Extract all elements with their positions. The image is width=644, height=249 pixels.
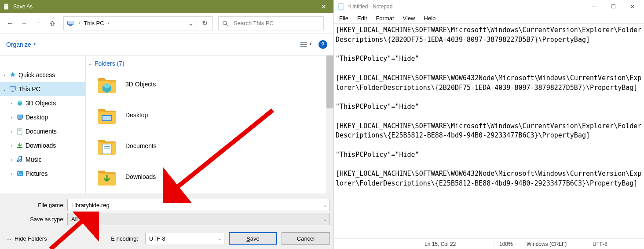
breadcrumb-location[interactable]: This PC bbox=[82, 19, 106, 27]
notepad-textarea[interactable]: [HKEY_LOCAL_MACHINE\SOFTWARE\Microsoft\W… bbox=[334, 24, 644, 238]
save-as-dialog: Save As ✕ ← → ﹀ › This PC › ⌄ ↻ Search T… bbox=[0, 0, 333, 249]
refresh-button[interactable]: ↻ bbox=[197, 17, 212, 30]
svg-rect-12 bbox=[300, 46, 302, 47]
notepad-titlebar[interactable]: *Untitled - Notepad ─ ☐ ✕ bbox=[334, 0, 644, 13]
save-type-select[interactable]: All Files ⌄ bbox=[67, 213, 330, 225]
pics-icon bbox=[16, 170, 24, 178]
view-options-button[interactable]: ▼ bbox=[300, 41, 312, 48]
pc-icon bbox=[9, 85, 17, 93]
chevron-right-icon[interactable]: › bbox=[106, 21, 111, 26]
save-icon bbox=[4, 3, 10, 10]
svg-rect-18 bbox=[17, 115, 22, 118]
toolbar: Organize ▼ ▼ ? bbox=[0, 33, 333, 56]
folder-documents[interactable]: Documents bbox=[86, 130, 333, 161]
svg-rect-16 bbox=[11, 91, 14, 92]
scrollbar[interactable] bbox=[326, 56, 333, 193]
menu-format[interactable]: Format bbox=[372, 14, 397, 22]
caret-down-icon: ▼ bbox=[309, 42, 312, 46]
menu-edit[interactable]: Edit bbox=[354, 14, 370, 22]
status-position: Ln 15, Col 22 bbox=[419, 239, 494, 249]
svg-rect-38 bbox=[340, 5, 342, 5]
menu-view[interactable]: View bbox=[399, 14, 419, 22]
save-button[interactable]: Save bbox=[229, 232, 277, 245]
organize-menu[interactable]: Organize ▼ bbox=[6, 41, 37, 48]
status-encoding: UTF-8 bbox=[587, 239, 644, 249]
folder-desktop[interactable]: Desktop bbox=[86, 100, 333, 130]
svg-rect-32 bbox=[104, 146, 110, 147]
caret-down-icon: ▼ bbox=[33, 42, 37, 46]
dropdown-icon[interactable]: ⌄ bbox=[323, 217, 327, 222]
menu-file[interactable]: File bbox=[336, 14, 352, 22]
tree-item-downloads[interactable]: ›Downloads bbox=[0, 138, 85, 152]
bottom-panel: File name: Libraryhide.reg ⌄ Save as typ… bbox=[0, 193, 333, 249]
chevron-right-icon: › bbox=[9, 157, 14, 162]
svg-rect-19 bbox=[18, 119, 22, 120]
tree-item-quick-access[interactable]: ›Quick access bbox=[0, 68, 85, 82]
tree-item-3d-objects[interactable]: ›3D Objects bbox=[0, 96, 85, 110]
tree-item-desktop[interactable]: ›Desktop bbox=[0, 110, 85, 124]
notepad-icon bbox=[337, 3, 344, 10]
chevron-right-icon: › bbox=[9, 129, 14, 134]
svg-rect-39 bbox=[340, 6, 342, 6]
folder-icon bbox=[96, 74, 117, 95]
view-icon bbox=[300, 41, 308, 48]
close-button[interactable]: ✕ bbox=[314, 0, 333, 13]
notepad-menubar: File Edit Format View Help bbox=[334, 13, 644, 24]
svg-rect-5 bbox=[69, 25, 72, 26]
close-button[interactable]: ✕ bbox=[623, 0, 642, 13]
down-icon bbox=[16, 141, 24, 149]
tree-item-music[interactable]: ›Music bbox=[0, 152, 85, 167]
chevron-right-icon: › bbox=[9, 101, 14, 106]
svg-rect-13 bbox=[302, 46, 307, 47]
svg-rect-4 bbox=[68, 21, 73, 24]
dropdown-icon[interactable]: ⌄ bbox=[323, 203, 327, 208]
encoding-label: Encoding: bbox=[111, 235, 138, 242]
dialog-titlebar[interactable]: Save As ✕ bbox=[0, 0, 333, 13]
folder-3d-objects[interactable]: 3D Objects bbox=[86, 69, 333, 100]
tree-item-pictures[interactable]: ›Pictures bbox=[0, 167, 85, 181]
nav-bar: ← → ﹀ › This PC › ⌄ ↻ Search This PC bbox=[0, 13, 333, 33]
svg-rect-2 bbox=[5, 5, 7, 6]
filename-input[interactable]: Libraryhide.reg ⌄ bbox=[67, 199, 330, 211]
address-bar[interactable]: › This PC › ⌄ ↻ bbox=[63, 16, 213, 30]
menu-help[interactable]: Help bbox=[421, 14, 439, 22]
tree-item-documents[interactable]: ›Documents bbox=[0, 124, 85, 138]
svg-rect-21 bbox=[18, 130, 21, 130]
up-button[interactable] bbox=[46, 17, 59, 30]
dialog-title: Save As bbox=[13, 4, 314, 10]
folder-icon bbox=[96, 104, 117, 126]
recent-dropdown[interactable]: ﹀ bbox=[32, 17, 45, 30]
maximize-button[interactable]: ☐ bbox=[604, 0, 623, 13]
hide-folders-button[interactable]: ︿ Hide Folders bbox=[4, 235, 47, 242]
notepad-window: *Untitled - Notepad ─ ☐ ✕ File Edit Form… bbox=[333, 0, 644, 249]
save-type-label: Save as type: bbox=[4, 216, 67, 223]
status-zoom: 100% bbox=[494, 239, 521, 249]
folder-downloads[interactable]: Downloads bbox=[86, 161, 333, 192]
encoding-select[interactable]: UTF-8 ⌄ bbox=[145, 233, 224, 244]
music-icon bbox=[16, 156, 24, 164]
help-button[interactable]: ? bbox=[318, 40, 327, 49]
chevron-right-icon[interactable]: › bbox=[77, 21, 82, 26]
star-icon bbox=[9, 71, 17, 79]
tree-item-this-pc[interactable]: ⌄This PC bbox=[0, 82, 85, 96]
group-header[interactable]: ⌄ Folders (7) bbox=[86, 56, 333, 69]
back-button[interactable]: ← bbox=[4, 17, 17, 30]
notepad-title: *Untitled - Notepad bbox=[348, 4, 584, 10]
svg-rect-29 bbox=[102, 116, 111, 120]
chevron-down-icon: ⌄ bbox=[88, 61, 92, 66]
search-input[interactable]: Search This PC bbox=[218, 16, 324, 30]
address-dropdown[interactable]: ⌄ bbox=[184, 19, 197, 27]
3d-icon bbox=[16, 99, 24, 107]
minimize-button[interactable]: ─ bbox=[584, 0, 604, 13]
scrollbar-thumb[interactable] bbox=[326, 56, 333, 108]
chevron-up-icon: ︿ bbox=[7, 235, 12, 242]
cancel-button[interactable]: Cancel bbox=[282, 232, 330, 245]
chevron-right-icon: › bbox=[9, 143, 14, 148]
file-list[interactable]: ⌄ Folders (7) 3D ObjectsDesktopDocuments… bbox=[86, 56, 333, 193]
chevron-right-icon: › bbox=[9, 115, 14, 120]
dropdown-icon[interactable]: ⌄ bbox=[218, 236, 221, 241]
svg-point-6 bbox=[223, 21, 227, 25]
svg-rect-10 bbox=[300, 44, 302, 45]
chevron-down-icon: ⌄ bbox=[2, 87, 7, 92]
forward-button[interactable]: → bbox=[18, 17, 31, 30]
